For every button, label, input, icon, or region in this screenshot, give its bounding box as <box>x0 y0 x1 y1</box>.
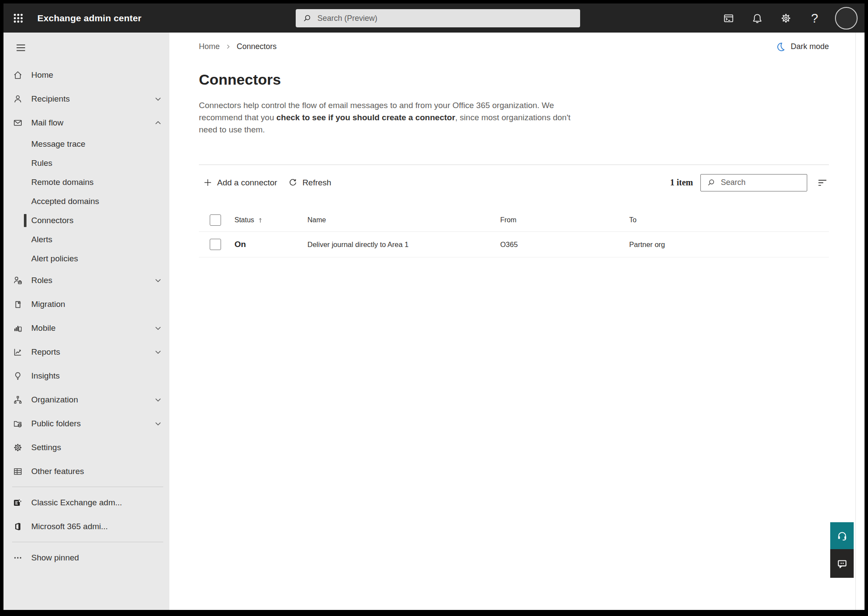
roles-icon <box>13 276 23 285</box>
settings-button[interactable] <box>778 10 794 26</box>
search-icon <box>707 178 715 187</box>
row-name[interactable]: Deliver journal directly to Area 1 <box>307 240 500 249</box>
page-description: Connectors help control the flow of emai… <box>199 99 571 136</box>
sidebar-item-label: Remote domains <box>31 178 94 187</box>
row-to: Partner org <box>629 240 829 249</box>
sidebar-nav: Home Recipients Mail flow Message trace … <box>3 63 169 570</box>
sidebar-item-label: Settings <box>31 443 61 452</box>
sidebar-item-settings[interactable]: Settings <box>3 435 169 459</box>
column-header-status[interactable]: Status <box>234 216 307 224</box>
migration-icon <box>13 300 23 309</box>
terminal-icon <box>723 13 734 24</box>
search-icon <box>303 14 311 23</box>
connectors-table: Status Name From To On Deliver journal d… <box>199 209 829 257</box>
dark-mode-label: Dark mode <box>791 42 829 51</box>
sidebar-divider <box>12 487 163 487</box>
sidebar-item-message-trace[interactable]: Message trace <box>3 135 169 154</box>
sidebar-item-label: Accepted domains <box>31 197 99 206</box>
notifications-button[interactable] <box>749 10 766 26</box>
sidebar-item-label: Connectors <box>31 216 73 225</box>
app-launcher-button[interactable] <box>10 10 27 27</box>
sidebar-item-label: Insights <box>31 371 59 381</box>
sidebar-item-other-features[interactable]: Other features <box>3 459 169 483</box>
sidebar-item-alert-policies[interactable]: Alert policies <box>3 249 169 268</box>
sidebar-item-label: Home <box>31 70 53 80</box>
help-button[interactable]: ? <box>806 10 823 26</box>
plus-icon <box>203 178 212 187</box>
list-search[interactable] <box>700 174 807 191</box>
sidebar-item-label: Reports <box>31 347 60 357</box>
sidebar-item-connectors[interactable]: Connectors <box>3 211 169 230</box>
sidebar-item-remote-domains[interactable]: Remote domains <box>3 173 169 192</box>
page-title: Connectors <box>199 71 829 88</box>
sidebar-item-microsoft-365-admi[interactable]: Microsoft 365 admi... <box>3 514 169 538</box>
list-search-input[interactable] <box>720 178 802 188</box>
table-body: On Deliver journal directly to Area 1 O3… <box>199 232 829 257</box>
sidebar-item-roles[interactable]: Roles <box>3 268 169 292</box>
sidebar-item-reports[interactable]: Reports <box>3 340 169 364</box>
feedback-button[interactable] <box>830 549 854 578</box>
sidebar: Home Recipients Mail flow Message trace … <box>3 33 169 610</box>
sidebar-item-migration[interactable]: Migration <box>3 292 169 316</box>
global-search-input[interactable] <box>317 13 575 23</box>
help-icon: ? <box>811 11 818 25</box>
sidebar-item-recipients[interactable]: Recipients <box>3 87 169 111</box>
table-row[interactable]: On Deliver journal directly to Area 1 O3… <box>199 232 829 257</box>
select-all-checkbox[interactable] <box>210 214 221 226</box>
sidebar-item-label: Microsoft 365 admi... <box>31 522 108 531</box>
sort-ascending-icon <box>257 217 264 224</box>
sidebar-item-mail-flow[interactable]: Mail flow <box>3 111 169 135</box>
sidebar-item-insights[interactable]: Insights <box>3 364 169 388</box>
filter-icon <box>817 177 828 188</box>
gear-icon <box>13 443 23 452</box>
dark-mode-toggle[interactable]: Dark mode <box>776 42 829 52</box>
organization-icon <box>13 395 23 405</box>
headset-icon <box>836 530 848 542</box>
mail-icon <box>13 118 23 128</box>
exchange-admin-window: Exchange admin center ? <box>0 0 868 616</box>
chevron-down-icon <box>154 276 162 285</box>
chevron-right-icon <box>225 44 231 49</box>
sidebar-item-home[interactable]: Home <box>3 63 169 87</box>
chevron-down-icon <box>154 324 162 333</box>
column-header-name[interactable]: Name <box>307 216 500 224</box>
app-title: Exchange admin center <box>37 13 142 23</box>
sidebar-item-show-pinned[interactable]: Show pinned <box>3 546 169 570</box>
sidebar-item-organization[interactable]: Organization <box>3 388 169 412</box>
sidebar-item-label: Alerts <box>31 235 53 244</box>
column-header-to[interactable]: To <box>629 216 829 224</box>
chevron-down-icon <box>154 348 162 356</box>
row-checkbox[interactable] <box>210 239 221 250</box>
global-search[interactable] <box>296 9 580 27</box>
office-logo-icon <box>13 522 23 531</box>
sidebar-item-mobile[interactable]: Mobile <box>3 316 169 340</box>
sidebar-item-alerts[interactable]: Alerts <box>3 230 169 249</box>
sidebar-item-rules[interactable]: Rules <box>3 154 169 173</box>
check-connector-link[interactable]: check to see if you should create a conn… <box>276 113 455 122</box>
chevron-up-icon <box>154 119 162 127</box>
breadcrumb-current: Connectors <box>237 42 277 51</box>
row-status: On <box>234 240 307 249</box>
sidebar-item-classic-exchange-adm[interactable]: Classic Exchange adm... <box>3 491 169 514</box>
sidebar-item-label: Recipients <box>31 94 70 104</box>
chevron-down-icon <box>154 395 162 404</box>
sidebar-item-label: Classic Exchange adm... <box>31 498 122 507</box>
sidebar-item-label: Rules <box>31 158 53 168</box>
home-icon <box>13 70 23 80</box>
column-header-from[interactable]: From <box>500 216 629 224</box>
gear-icon <box>780 13 792 24</box>
breadcrumb-home[interactable]: Home <box>199 42 220 51</box>
sidebar-item-accepted-domains[interactable]: Accepted domains <box>3 192 169 211</box>
refresh-button[interactable]: Refresh <box>288 178 331 188</box>
filter-button[interactable] <box>816 176 829 189</box>
account-avatar[interactable] <box>835 7 858 30</box>
scrollbar-track[interactable] <box>855 33 865 610</box>
sidebar-item-label: Other features <box>31 467 84 476</box>
topbar-actions: ? <box>720 7 860 30</box>
sidebar-item-public-folders[interactable]: Public folders <box>3 412 169 435</box>
collapse-nav-button[interactable] <box>12 40 30 56</box>
hamburger-icon <box>15 42 27 53</box>
add-connector-button[interactable]: Add a connector <box>203 178 277 188</box>
support-button[interactable] <box>830 522 854 549</box>
powershell-terminal-button[interactable] <box>720 10 737 26</box>
